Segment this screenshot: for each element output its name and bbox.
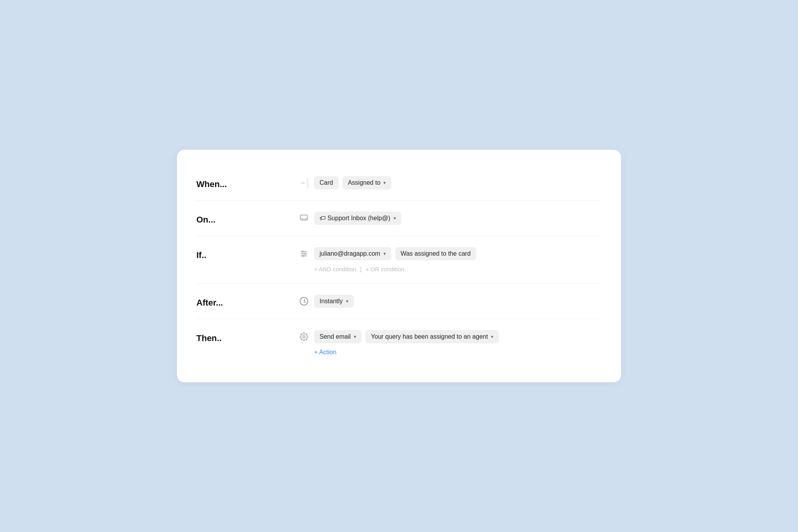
add-action-link[interactable]: + Action — [314, 349, 336, 355]
inbox-label: 🏷 Support Inbox (help@) — [320, 215, 390, 222]
and-condition-link[interactable]: + AND condition — [314, 266, 356, 272]
svg-point-4 — [302, 251, 304, 253]
arrow-right-icon: → — [299, 179, 306, 187]
instantly-chevron: ▾ — [346, 299, 348, 304]
then-label: Then.. — [196, 330, 298, 343]
clock-icon — [300, 297, 308, 306]
arrow-icon-area: → — [298, 177, 310, 188]
user-dropdown[interactable]: juliano@dragapp.com ▾ — [314, 247, 391, 260]
or-condition-link[interactable]: + OR condition — [365, 266, 404, 272]
inbox-icon — [300, 214, 308, 223]
after-row: After... Instantly ▾ — [196, 284, 602, 319]
condition-divider: | — [360, 266, 362, 272]
when-inline: → Card Assigned to ▾ — [298, 176, 602, 189]
after-content: Instantly ▾ — [298, 295, 602, 308]
inbox-dropdown[interactable]: 🏷 Support Inbox (help@) ▾ — [314, 212, 401, 225]
template-chevron: ▾ — [491, 334, 493, 339]
if-content: juliano@dragapp.com ▾ Was assigned to th… — [298, 247, 602, 272]
clock-icon-area — [298, 297, 310, 306]
when-label: When... — [196, 176, 298, 189]
if-label: If.. — [196, 247, 298, 260]
template-label: Your query has been assigned to an agent — [371, 333, 488, 340]
conditions-links: + AND condition | + OR condition — [298, 266, 602, 272]
on-inline: 🏷 Support Inbox (help@) ▾ — [298, 212, 602, 225]
if-inline: juliano@dragapp.com ▾ Was assigned to th… — [298, 247, 602, 260]
svg-point-6 — [302, 255, 304, 257]
assigned-to-chevron: ▾ — [383, 180, 386, 186]
send-email-chevron: ▾ — [354, 334, 356, 339]
when-content: → Card Assigned to ▾ — [298, 176, 602, 189]
send-email-label: Send email — [320, 333, 351, 340]
on-label: On... — [196, 212, 298, 225]
then-inline: Send email ▾ Your query has been assigne… — [298, 330, 602, 343]
assigned-to-dropdown[interactable]: Assigned to ▾ — [343, 176, 392, 189]
send-email-dropdown[interactable]: Send email ▾ — [314, 330, 362, 343]
card-pill: Card — [314, 176, 339, 189]
automation-card: When... → Card Assigned to ▾ On... — [177, 150, 621, 382]
then-content: Send email ▾ Your query has been assigne… — [298, 330, 602, 356]
svg-point-7 — [303, 336, 305, 338]
inbox-chevron: ▾ — [394, 216, 396, 221]
instantly-label: Instantly — [320, 298, 343, 305]
add-action-container: + Action — [298, 349, 602, 356]
inbox-icon-area — [298, 214, 310, 223]
after-label: After... — [196, 295, 298, 308]
assigned-to-label: Assigned to — [348, 179, 381, 186]
condition-pill: Was assigned to the card — [395, 247, 476, 260]
sliders-icon-area — [298, 249, 310, 258]
sliders-icon — [300, 249, 308, 258]
user-label: juliano@dragapp.com — [320, 250, 380, 257]
then-row: Then.. Send email ▾ Your query has been … — [196, 319, 602, 367]
after-inline: Instantly ▾ — [298, 295, 602, 308]
when-separator — [307, 177, 308, 188]
card-pill-label: Card — [320, 179, 333, 186]
template-dropdown[interactable]: Your query has been assigned to an agent… — [365, 330, 499, 343]
condition-label: Was assigned to the card — [401, 250, 471, 257]
user-chevron: ▾ — [383, 251, 386, 256]
instantly-dropdown[interactable]: Instantly ▾ — [314, 295, 354, 308]
gear-icon-area — [298, 332, 310, 341]
svg-rect-0 — [300, 215, 307, 220]
on-content: 🏷 Support Inbox (help@) ▾ — [298, 212, 602, 225]
if-row: If.. juliano@dragapp.com ▾ — [196, 236, 602, 284]
when-row: When... → Card Assigned to ▾ — [196, 165, 602, 201]
on-row: On... 🏷 Support Inbox (help@) ▾ — [196, 201, 602, 236]
svg-point-5 — [305, 253, 306, 255]
gear-icon — [300, 332, 308, 341]
